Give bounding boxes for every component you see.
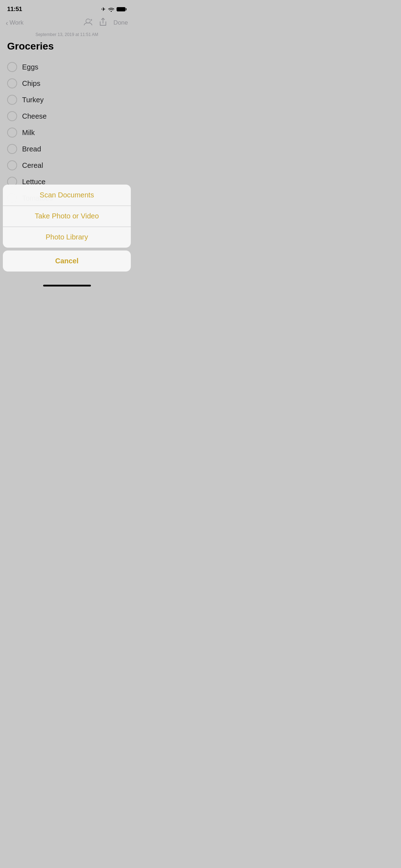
checklist-circle[interactable] <box>7 160 17 170</box>
share-icon <box>99 17 107 27</box>
checklist-item[interactable]: Cereal <box>7 157 127 173</box>
checklist-item-label: Turkey <box>22 96 43 104</box>
action-sheet-item-2[interactable]: Photo Library <box>3 227 131 248</box>
note-title: Groceries <box>0 41 134 59</box>
status-icons: ✈ <box>101 6 127 12</box>
checklist-item-label: Chips <box>22 79 40 88</box>
back-label: Work <box>10 19 24 26</box>
back-chevron-icon: ‹ <box>6 19 8 26</box>
checklist-item-label: Bread <box>22 145 41 153</box>
back-button[interactable]: ‹ Work <box>6 19 24 26</box>
action-sheet-label-0: Scan Documents <box>40 191 94 199</box>
airplane-icon: ✈ <box>101 6 106 12</box>
status-bar: 11:51 ✈ <box>0 0 134 16</box>
checklist-item[interactable]: Milk <box>7 125 127 140</box>
nav-actions: Done <box>83 17 128 28</box>
battery-icon <box>117 7 127 11</box>
checklist-item-label: Milk <box>22 129 35 137</box>
share-button[interactable] <box>99 17 107 28</box>
cancel-sheet: Cancel <box>3 250 131 272</box>
home-bar <box>43 285 91 286</box>
action-sheet: Scan DocumentsTake Photo or VideoPhoto L… <box>0 185 134 289</box>
action-sheet-label-1: Take Photo or Video <box>35 212 99 220</box>
checklist-circle[interactable] <box>7 144 17 154</box>
home-indicator <box>3 277 131 289</box>
svg-point-0 <box>86 19 90 23</box>
checklist-item[interactable]: Chips <box>7 76 127 91</box>
note-date: September 13, 2019 at 11:51 AM <box>0 31 134 41</box>
action-sheet-item-1[interactable]: Take Photo or Video <box>3 206 131 227</box>
action-sheet-label-2: Photo Library <box>46 233 88 241</box>
checklist: EggsChipsTurkeyCheeseMilkBreadCerealLett… <box>0 59 134 206</box>
checklist-item[interactable]: Cheese <box>7 108 127 124</box>
add-person-icon <box>83 18 93 26</box>
cancel-label: Cancel <box>55 257 79 265</box>
action-sheet-group: Scan DocumentsTake Photo or VideoPhoto L… <box>3 185 131 248</box>
checklist-item[interactable]: Eggs <box>7 59 127 75</box>
wifi-icon <box>108 7 114 12</box>
checklist-item-label: Eggs <box>22 63 38 71</box>
nav-bar: ‹ Work Done <box>0 16 134 31</box>
status-time: 11:51 <box>7 6 22 13</box>
checklist-circle[interactable] <box>7 111 17 121</box>
add-person-button[interactable] <box>83 18 93 27</box>
checklist-circle[interactable] <box>7 128 17 138</box>
cancel-button[interactable]: Cancel <box>3 250 131 272</box>
action-sheet-item-0[interactable]: Scan Documents <box>3 185 131 206</box>
checklist-circle[interactable] <box>7 78 17 88</box>
checklist-item-label: Cereal <box>22 161 43 170</box>
checklist-item[interactable]: Turkey <box>7 92 127 108</box>
done-button[interactable]: Done <box>113 19 128 26</box>
checklist-circle[interactable] <box>7 62 17 72</box>
checklist-item-label: Cheese <box>22 112 47 120</box>
checklist-item[interactable]: Bread <box>7 141 127 157</box>
checklist-circle[interactable] <box>7 95 17 105</box>
